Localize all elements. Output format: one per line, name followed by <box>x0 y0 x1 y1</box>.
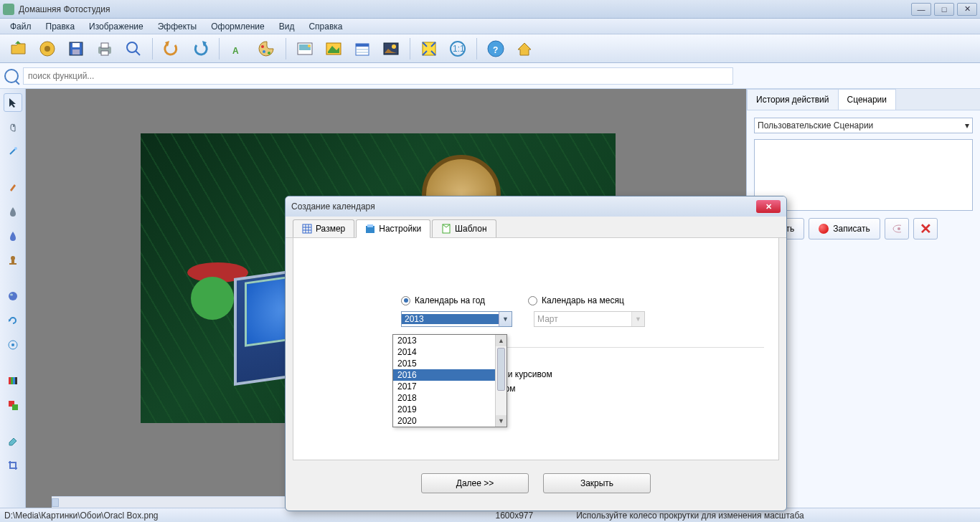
redo-button[interactable] <box>187 37 213 61</box>
svg-rect-52 <box>367 224 373 227</box>
year-option[interactable]: 2018 <box>393 392 507 404</box>
dialog-tab-template[interactable]: Шаблон <box>432 219 496 237</box>
tool-brush[interactable] <box>4 178 22 196</box>
image1-button[interactable] <box>292 37 318 61</box>
menu-effects[interactable]: Эффекты <box>151 20 204 33</box>
svg-rect-38 <box>9 377 11 384</box>
maximize-button[interactable]: □ <box>934 3 954 16</box>
app-icon <box>3 4 14 15</box>
delete-button[interactable]: ✕ <box>913 218 938 239</box>
tool-hand[interactable] <box>4 118 22 136</box>
svg-text:?: ? <box>493 45 498 55</box>
year-combo[interactable]: 2013▼ <box>401 311 512 327</box>
year-option[interactable]: 2016 <box>393 369 507 381</box>
text-button[interactable]: A <box>225 37 251 61</box>
tool-crop[interactable] <box>4 456 22 475</box>
help-button[interactable]: ? <box>483 37 509 61</box>
status-hint: Используйте колесо прокрутки для изменен… <box>576 511 804 521</box>
year-option[interactable]: 2014 <box>393 346 507 358</box>
tool-drop2[interactable] <box>4 227 22 245</box>
search-row <box>0 63 980 89</box>
svg-rect-43 <box>12 404 18 410</box>
left-toolbox <box>0 89 26 508</box>
svg-point-23 <box>392 44 396 49</box>
onetoone-button[interactable]: 1:1 <box>445 37 471 61</box>
dialog-tab-settings[interactable]: Настройки <box>356 219 430 238</box>
svg-rect-40 <box>13 377 15 384</box>
year-option[interactable]: 2013 <box>393 335 507 346</box>
svg-point-13 <box>268 52 270 54</box>
search-input[interactable] <box>23 67 733 85</box>
svg-point-11 <box>261 45 264 48</box>
svg-line-9 <box>136 51 140 55</box>
menu-help[interactable]: Справка <box>301 20 349 33</box>
image2-button[interactable] <box>321 37 347 61</box>
tool-drop[interactable] <box>4 202 22 221</box>
record-button[interactable]: Записать <box>809 218 880 239</box>
tool-wand[interactable] <box>4 142 22 161</box>
zoom-button[interactable] <box>121 37 146 61</box>
menu-view[interactable]: Вид <box>272 20 302 33</box>
minimize-button[interactable]: — <box>911 3 931 16</box>
year-option[interactable]: 2015 <box>393 358 507 369</box>
print-button[interactable] <box>92 37 118 61</box>
window-titlebar: Домашняя Фотостудия — □ ✕ <box>0 0 980 19</box>
radio-month[interactable]: Календарь на месяц <box>528 295 624 305</box>
tab-history[interactable]: История действий <box>747 89 839 110</box>
tab-scenarios[interactable]: Сценарии <box>838 89 896 110</box>
tool-stamp[interactable] <box>4 251 22 270</box>
fit-button[interactable] <box>416 37 442 61</box>
menu-file[interactable]: Файл <box>3 20 39 33</box>
calendar-button[interactable] <box>349 37 375 61</box>
svg-rect-39 <box>11 377 13 384</box>
wheel-button[interactable] <box>34 37 60 61</box>
tool-swap[interactable] <box>4 396 22 414</box>
next-button[interactable]: Далее >> <box>421 473 529 493</box>
year-option[interactable]: 2019 <box>393 404 507 415</box>
tool-pointer[interactable] <box>4 93 22 112</box>
dialog-close-button[interactable]: ✕ <box>756 200 781 213</box>
svg-rect-46 <box>303 224 311 233</box>
scroll-down-icon[interactable]: ▼ <box>496 415 507 427</box>
dropdown-scrollbar[interactable]: ▲ ▼ <box>495 335 507 427</box>
tool-rotate[interactable] <box>4 311 22 330</box>
year-option[interactable]: 2020 <box>393 415 507 427</box>
menu-edit[interactable]: Правка <box>39 20 83 33</box>
tool-target[interactable] <box>4 336 22 354</box>
status-path: D:\Media\Картинки\Обои\Oracl Box.png <box>4 511 159 521</box>
menu-design[interactable]: Оформление <box>204 20 271 33</box>
close-button[interactable]: Закрыть <box>543 473 651 493</box>
home-button[interactable] <box>512 37 537 61</box>
menu-image[interactable]: Изображение <box>82 20 151 33</box>
chevron-down-icon: ▼ <box>631 312 644 326</box>
close-button[interactable]: ✕ <box>957 3 977 16</box>
calendar-dialog: Создание календаря ✕ Размер Настройки Ша… <box>285 196 787 511</box>
year-dropdown-list[interactable]: 2013 2014 2015 2016 2017 2018 2019 2020 … <box>392 334 507 427</box>
status-dimensions: 1600x977 <box>496 511 534 521</box>
dialog-title: Создание календаря <box>291 201 375 212</box>
radio-icon <box>401 296 410 305</box>
save-button[interactable] <box>63 37 89 61</box>
dialog-tab-size[interactable]: Размер <box>293 219 354 237</box>
tool-gradient[interactable] <box>4 371 22 390</box>
palette-button[interactable] <box>254 37 280 61</box>
svg-point-35 <box>10 294 13 296</box>
radio-year[interactable]: Календарь на год <box>401 295 485 305</box>
scroll-thumb[interactable] <box>497 348 505 391</box>
undo-button[interactable] <box>159 37 184 61</box>
scroll-up-icon[interactable]: ▲ <box>496 335 507 346</box>
year-option[interactable]: 2017 <box>393 381 507 392</box>
svg-point-1 <box>44 46 50 52</box>
image3-button[interactable] <box>378 37 404 61</box>
tool-eraser[interactable] <box>4 432 22 450</box>
preview-button[interactable] <box>885 218 909 239</box>
scenario-select[interactable]: Пользовательские Сценарии ▾ <box>754 118 973 133</box>
menubar: Файл Правка Изображение Эффекты Оформлен… <box>0 19 980 34</box>
open-button[interactable] <box>6 37 32 61</box>
tool-sphere[interactable] <box>4 287 22 305</box>
svg-rect-19 <box>356 44 369 47</box>
radio-icon <box>528 296 537 305</box>
svg-rect-6 <box>101 43 108 48</box>
svg-point-12 <box>263 50 265 53</box>
scenario-select-label: Пользовательские Сценарии <box>758 120 873 130</box>
